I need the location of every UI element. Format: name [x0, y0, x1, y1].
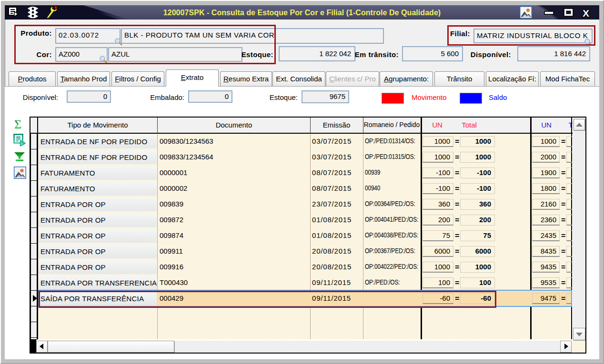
- svg-text:Σ: Σ: [14, 119, 21, 129]
